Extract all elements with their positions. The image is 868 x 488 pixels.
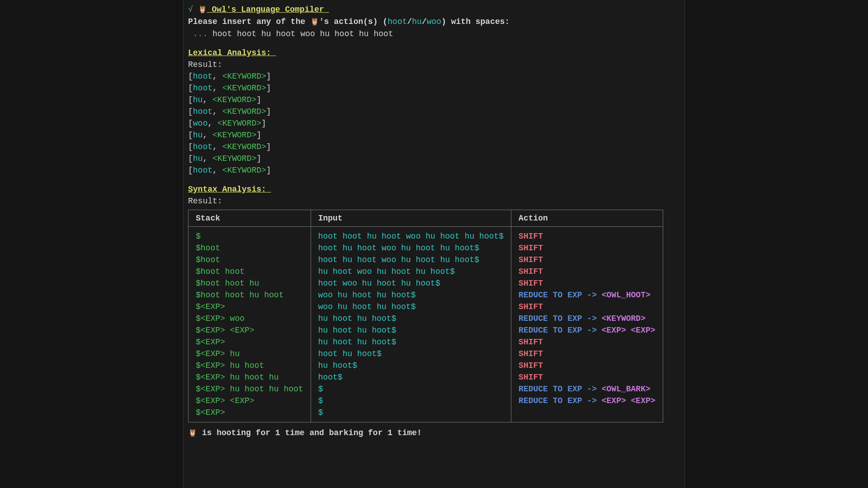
lexical-token: [woo, <KEYWORD>] xyxy=(188,117,680,129)
check-icon: √ xyxy=(188,5,193,14)
stack-line: $<EXP> xyxy=(196,407,303,418)
stack-line: $hoot hoot xyxy=(196,266,303,277)
stack-line: $ xyxy=(196,230,303,242)
action-line: SHIFT xyxy=(519,230,655,242)
lexical-token: [hoot, <KEYWORD>] xyxy=(188,141,680,153)
lexical-token: [hoot, <KEYWORD>] xyxy=(188,82,680,94)
table-header-row: Stack Input Action xyxy=(189,210,663,227)
terminal-content: √ 🦉 Owl's Language Compiler Please inser… xyxy=(184,4,684,439)
stack-line: $<EXP> hu hoot hu xyxy=(196,371,303,383)
input-prefix: ... xyxy=(188,29,212,38)
input-line: $ xyxy=(318,383,504,395)
action-line: SHIFT xyxy=(519,242,655,254)
action-line: SHIFT xyxy=(519,301,655,313)
lexical-heading: Lexical Analysis: xyxy=(188,47,680,59)
column-header-stack: Stack xyxy=(189,210,311,227)
action-line: REDUCE TO EXP -> <OWL_HOOT> xyxy=(519,289,655,301)
stack-line: $<EXP> hu hoot hu hoot xyxy=(196,383,303,395)
input-line: $ xyxy=(318,407,504,418)
syntax-result-label: Result: xyxy=(188,195,680,207)
action-cell: SHIFTSHIFTSHIFTSHIFTSHIFTREDUCE TO EXP -… xyxy=(511,227,663,422)
terminal-panel: √ 🦉 Owl's Language Compiler Please inser… xyxy=(183,0,685,488)
input-line: woo hu hoot hu hoot$ xyxy=(318,289,504,301)
footer-line: 🦉 is hooting for 1 time and barking for … xyxy=(188,427,680,439)
stack-line: $<EXP> <EXP> xyxy=(196,324,303,336)
stack-line: $<EXP> hu hoot xyxy=(196,360,303,371)
lexical-token: [hoot, <KEYWORD>] xyxy=(188,106,680,117)
input-line: hoot hoot hu hoot woo hu hoot hu hoot$ xyxy=(318,230,504,242)
prompt-line: Please insert any of the 🦉's action(s) (… xyxy=(188,16,680,28)
action-line: SHIFT xyxy=(519,360,655,371)
stack-line: $hoot xyxy=(196,242,303,254)
input-cell: hoot hoot hu hoot woo hu hoot hu hoot$ho… xyxy=(311,227,511,422)
prompt-prefix: Please insert any of the xyxy=(188,17,310,26)
app-title: Owl's Language Compiler xyxy=(207,5,329,14)
footer-text: is hooting for 1 time and barking for 1 … xyxy=(197,428,422,437)
syntax-table: Stack Input Action $$hoot$hoot$hoot hoot… xyxy=(188,210,663,422)
input-line: hoot woo hu hoot hu hoot$ xyxy=(318,277,504,289)
column-header-action: Action xyxy=(511,210,663,227)
lexical-token: [hu, <KEYWORD>] xyxy=(188,94,680,106)
stack-line: $<EXP> hu xyxy=(196,348,303,360)
action-line: SHIFT xyxy=(519,266,655,277)
stack-line: $hoot xyxy=(196,254,303,266)
input-line: hoot hu hoot woo hu hoot hu hoot$ xyxy=(318,242,504,254)
action-line: REDUCE TO EXP -> <OWL_BARK> xyxy=(519,383,655,395)
lexical-result-label: Result: xyxy=(188,59,680,70)
stack-cell: $$hoot$hoot$hoot hoot$hoot hoot hu$hoot … xyxy=(189,227,311,422)
action-line: REDUCE TO EXP -> <KEYWORD> xyxy=(519,313,655,324)
stack-line: $hoot hoot hu hoot xyxy=(196,289,303,301)
action-line: REDUCE TO EXP -> <EXP> <EXP> xyxy=(519,395,655,407)
table-body-row: $$hoot$hoot$hoot hoot$hoot hoot hu$hoot … xyxy=(189,227,663,422)
prompt-suffix: ) with spaces: xyxy=(441,17,509,26)
action-line: SHIFT xyxy=(519,277,655,289)
stack-line: $hoot hoot hu xyxy=(196,277,303,289)
syntax-heading: Syntax Analysis: xyxy=(188,183,680,195)
lexical-token: [hoot, <KEYWORD>] xyxy=(188,164,680,176)
input-line: hoot$ xyxy=(318,371,504,383)
slash: / xyxy=(407,17,412,26)
stack-line: $<EXP> <EXP> xyxy=(196,395,303,407)
action-line: SHIFT xyxy=(519,348,655,360)
input-value: hoot hoot hu hoot woo hu hoot hu hoot xyxy=(212,29,393,38)
action-line: SHIFT xyxy=(519,254,655,266)
input-line: hoot hu hoot$ xyxy=(318,348,504,360)
column-header-input: Input xyxy=(311,210,511,227)
owl-icon: 🦉 xyxy=(188,429,197,437)
stack-line: $<EXP> xyxy=(196,301,303,313)
slash: / xyxy=(422,17,427,26)
input-line: hoot hu hoot woo hu hoot hu hoot$ xyxy=(318,254,504,266)
input-line: hu hoot$ xyxy=(318,360,504,371)
stack-line: $<EXP> xyxy=(196,336,303,348)
input-echo: ... hoot hoot hu hoot woo hu hoot hu hoo… xyxy=(188,28,680,40)
action-line xyxy=(519,407,655,418)
title-line: √ 🦉 Owl's Language Compiler xyxy=(188,4,680,16)
action-token: woo xyxy=(427,17,441,26)
action-line: SHIFT xyxy=(519,336,655,348)
lexical-token: [hu, <KEYWORD>] xyxy=(188,153,680,164)
lexical-tokens: [hoot, <KEYWORD>][hoot, <KEYWORD>][hu, <… xyxy=(188,70,680,176)
stack-line: $<EXP> woo xyxy=(196,313,303,324)
input-line: hu hoot hu hoot$ xyxy=(318,336,504,348)
lexical-token: [hoot, <KEYWORD>] xyxy=(188,70,680,82)
input-line: woo hu hoot hu hoot$ xyxy=(318,301,504,313)
lexical-token: [hu, <KEYWORD>] xyxy=(188,129,680,141)
action-token: hoot xyxy=(387,17,407,26)
action-line: SHIFT xyxy=(519,371,655,383)
input-line: $ xyxy=(318,395,504,407)
owl-icon: 🦉 xyxy=(198,6,207,14)
input-line: hu hoot hu hoot$ xyxy=(318,313,504,324)
action-token: hu xyxy=(412,17,422,26)
owl-icon: 🦉 xyxy=(310,18,319,26)
action-line: REDUCE TO EXP -> <EXP> <EXP> xyxy=(519,324,655,336)
viewport: √ 🦉 Owl's Language Compiler Please inser… xyxy=(0,0,868,488)
input-line: hu hoot woo hu hoot hu hoot$ xyxy=(318,266,504,277)
input-line: hu hoot hu hoot$ xyxy=(318,324,504,336)
prompt-text: 's action(s) ( xyxy=(319,17,387,26)
